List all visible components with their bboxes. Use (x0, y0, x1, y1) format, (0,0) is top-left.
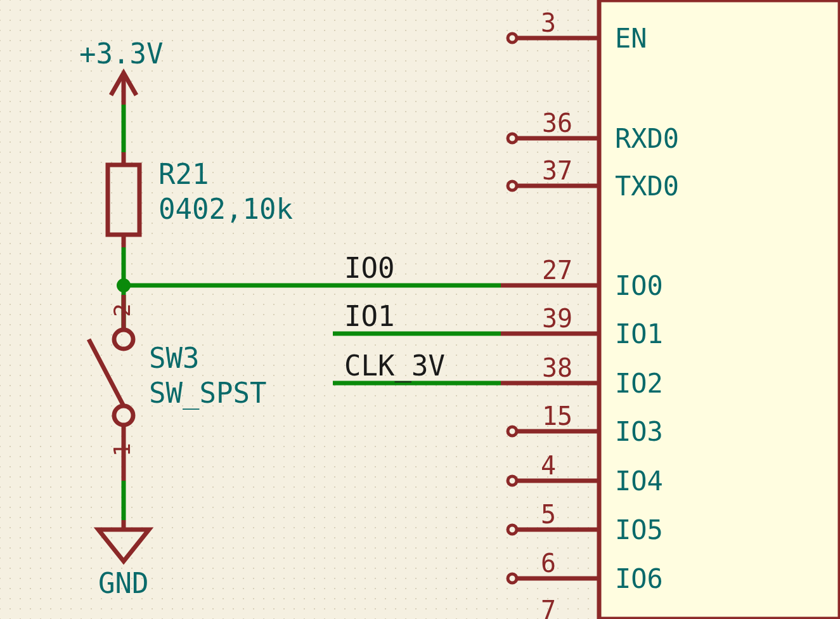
pin-number: 6 (541, 549, 556, 578)
svg-point-2 (508, 134, 517, 143)
pin-number: 38 (542, 353, 572, 382)
netlabel-io0: IO0 (344, 252, 394, 284)
pin-number: 39 (542, 304, 572, 333)
pin-number: 15 (542, 401, 572, 431)
switch-ref: SW3 (149, 342, 199, 374)
pin-name: IO5 (615, 514, 663, 545)
pin-name: TXD0 (615, 171, 679, 202)
netlabel-io1: IO1 (344, 300, 394, 332)
vcc-label: +3.3V (79, 37, 163, 70)
pin-name: IO1 (615, 318, 663, 349)
switch-pin1-num: 1 (109, 443, 135, 457)
pin-number: 3 (541, 8, 556, 37)
pin-number: 37 (542, 156, 572, 185)
svg-rect-19 (108, 165, 139, 235)
pin-name: RXD0 (615, 123, 679, 154)
pin-name: EN (615, 23, 647, 54)
svg-point-13 (508, 525, 517, 534)
pin-number: 4 (541, 451, 556, 480)
pin-name: IO6 (615, 563, 663, 594)
pin-number: 36 (542, 108, 572, 138)
svg-point-9 (508, 427, 517, 436)
ic-pin-partial: 7 (541, 596, 556, 619)
svg-point-22 (114, 330, 133, 349)
power-gnd: GND (98, 520, 149, 599)
switch-value: SW_SPST (149, 377, 266, 410)
svg-point-24 (114, 406, 133, 425)
resistor-value: 0402,10k (158, 193, 293, 225)
netlabel-clk: CLK_3V (344, 349, 445, 382)
pin-name: IO2 (615, 368, 663, 399)
resistor-r21: R21 0402,10k (108, 152, 293, 247)
svg-marker-27 (98, 530, 149, 561)
pin-name: IO4 (615, 466, 663, 497)
pin-number: 27 (542, 256, 572, 285)
pin-name: IO0 (615, 270, 663, 301)
switch-sw3: 2 1 SW3 SW_SPST (89, 295, 266, 481)
svg-point-11 (508, 476, 517, 485)
switch-pin2-num: 2 (109, 303, 135, 317)
resistor-ref: R21 (158, 158, 209, 190)
pin-number: 5 (541, 500, 556, 529)
svg-point-15 (508, 574, 517, 583)
svg-point-0 (508, 34, 517, 42)
gnd-label: GND (98, 567, 148, 599)
pin-name: IO3 (615, 416, 663, 447)
svg-point-4 (508, 181, 517, 190)
power-vcc: +3.3V (79, 37, 163, 105)
pin-number: 7 (541, 596, 556, 619)
